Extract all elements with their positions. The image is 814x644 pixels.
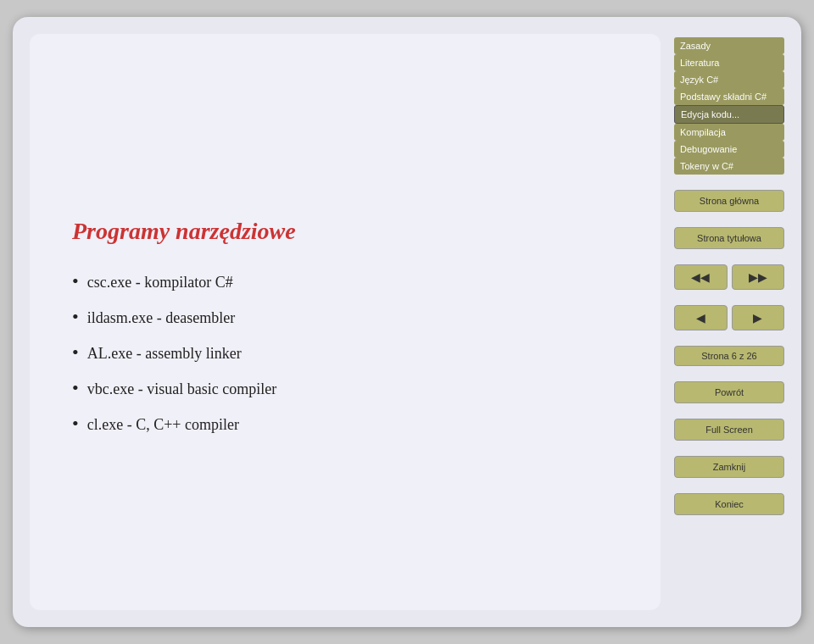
fast-nav-row: ◀◀ ▶▶ [674,264,784,290]
spacer5 [674,335,784,341]
next-button[interactable]: ▶ [732,305,785,330]
sidebar-nav-item[interactable]: Podstawy składni C# [674,88,784,105]
fullscreen-button[interactable]: Full Screen [674,419,784,441]
slide-content: Programy narzędziowe csc.exe - kompilato… [30,34,661,610]
bullet-item: cl.exe - C, C++ compiler [72,413,627,435]
bullet-list: csc.exe - kompilator C#ildasm.exe - deas… [72,270,627,435]
prev-button[interactable]: ◀ [674,305,728,330]
strona-tytulowa-button[interactable]: Strona tytułowa [674,227,784,249]
bullet-item: AL.exe - assembly linker [72,341,627,364]
sidebar-nav-item[interactable]: Język C# [674,71,784,88]
spacer [674,179,784,186]
next-fast-button[interactable]: ▶▶ [732,264,785,290]
page-indicator: Strona 6 z 26 [674,346,784,366]
sidebar-nav-item[interactable]: Edycja kodu... [674,105,784,124]
spacer9 [674,482,784,489]
nav-row: ◀ ▶ [674,305,784,330]
sidebar-nav-item[interactable]: Kompilacja [674,124,784,141]
spacer8 [674,445,784,452]
spacer3 [674,253,784,260]
sidebar-nav-item[interactable]: Debugowanie [674,141,784,158]
sidebar: ZasadyLiteraturaJęzyk C#Podstawy składni… [674,34,784,610]
koniec-button[interactable]: Koniec [674,493,784,515]
presentation-container: Programy narzędziowe csc.exe - kompilato… [13,17,801,627]
bullet-item: csc.exe - kompilator C# [72,270,627,292]
prev-fast-button[interactable]: ◀◀ [674,264,728,290]
spacer4 [674,294,784,301]
nav-items-container: ZasadyLiteraturaJęzyk C#Podstawy składni… [674,37,784,175]
spacer7 [674,408,784,414]
sidebar-nav-item[interactable]: Literatura [674,54,784,71]
bullet-item: vbc.exe - visual basic compiler [72,377,627,399]
powrot-button[interactable]: Powrót [674,381,784,403]
bullet-item: ildasm.exe - deasembler [72,306,627,328]
spacer6 [674,370,784,377]
slide-title: Programy narzędziowe [72,218,627,245]
sidebar-nav-item[interactable]: Tokeny w C# [674,158,784,175]
spacer2 [674,216,784,223]
zamknij-button[interactable]: Zamknij [674,456,784,478]
strona-glowna-button[interactable]: Strona główna [674,190,784,212]
sidebar-nav-item[interactable]: Zasady [674,37,784,54]
